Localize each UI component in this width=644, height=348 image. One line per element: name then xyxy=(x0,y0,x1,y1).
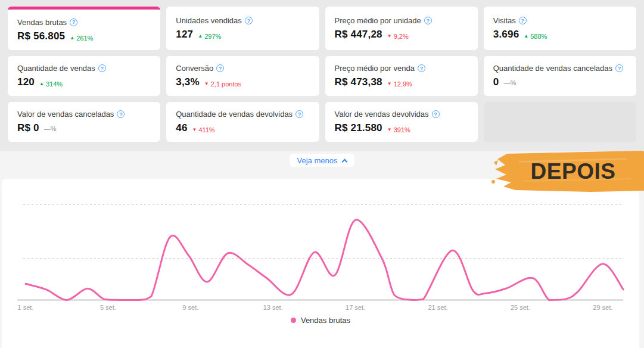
chevron-up-icon xyxy=(342,159,348,164)
metric-card-delta: ▼411% xyxy=(192,126,215,133)
question-mark-circle-icon[interactable]: ? xyxy=(432,110,440,118)
legend-label: Vendas brutas xyxy=(301,316,350,325)
metric-card-label: Valor de vendas devolvidas xyxy=(335,110,429,119)
metric-card[interactable]: Valor de vendas devolvidas ? R$ 21.580 ▼… xyxy=(325,102,478,142)
metric-card-label: Unidades vendidas xyxy=(176,16,242,25)
arrow-up-icon: ▲ xyxy=(39,82,44,86)
metric-card-value: 127 xyxy=(176,29,193,41)
question-mark-circle-icon[interactable]: ? xyxy=(216,64,224,72)
metric-card-delta: ▼9,2% xyxy=(387,33,409,40)
metric-card-delta: ▲297% xyxy=(198,33,221,40)
metric-card[interactable]: Valor de vendas canceladas ? R$ 0 —% xyxy=(8,102,160,142)
arrow-down-icon: ▼ xyxy=(204,82,209,86)
x-tick-label: 9 set. xyxy=(182,304,198,311)
metric-card[interactable]: Preço médio por venda ? R$ 473,38 ▼12,9% xyxy=(325,56,478,96)
empty-card-placeholder xyxy=(484,102,636,142)
metric-card-value: 46 xyxy=(176,122,187,134)
sales-chart-card: 1 set.5 set.9 set.13 set.17 set.21 set.2… xyxy=(2,179,639,348)
metric-card-label: Quantidade de vendas canceladas xyxy=(493,64,612,73)
x-tick-label: 29 set. xyxy=(593,304,612,311)
metric-card[interactable]: Unidades vendidas ? 127 ▲297% xyxy=(166,7,319,50)
x-tick-label: 5 set. xyxy=(100,304,116,311)
arrow-up-icon: ▲ xyxy=(524,34,528,39)
metric-card-delta: ▲588% xyxy=(524,33,547,40)
metric-card-delta: ▲314% xyxy=(39,80,63,88)
metric-card[interactable]: Quantidade de vendas canceladas ? 0 —% xyxy=(484,56,636,96)
metric-card-delta: ▼12,9% xyxy=(387,80,412,88)
metric-card-delta: —% xyxy=(503,79,516,86)
metric-card[interactable]: Quantidade de vendas ? 120 ▲314% xyxy=(8,56,160,96)
metric-card-delta: ▼2,1 pontos xyxy=(204,80,241,88)
arrow-up-icon: ▲ xyxy=(70,36,74,41)
question-mark-circle-icon[interactable]: ? xyxy=(117,110,125,118)
metric-card-value: R$ 447,28 xyxy=(335,29,382,41)
metric-card[interactable]: Vendas brutas ? R$ 56.805 ▲261% xyxy=(8,7,160,50)
question-mark-circle-icon[interactable]: ? xyxy=(70,18,77,26)
dot-icon xyxy=(291,318,296,323)
metric-cards-grid: Vendas brutas ? R$ 56.805 ▲261% Unidades… xyxy=(8,7,636,142)
legend-item-vendas-brutas[interactable]: Vendas brutas xyxy=(291,316,350,325)
x-tick-label: 13 set. xyxy=(263,304,283,311)
arrow-down-icon: ▼ xyxy=(387,82,392,86)
metric-card-value: R$ 56.805 xyxy=(17,30,65,42)
metric-card-label: Quantidade de vendas devolvidas xyxy=(176,110,293,119)
metric-card[interactable]: Preço médio por unidade ? R$ 447,28 ▼9,2… xyxy=(325,7,478,50)
question-mark-circle-icon[interactable]: ? xyxy=(615,64,623,72)
metric-card-delta: ▲261% xyxy=(70,35,93,42)
banner-text: DEPOIS xyxy=(489,150,644,193)
metric-card[interactable]: Conversão ? 3,3% ▼2,1 pontos xyxy=(166,56,319,96)
metric-card-delta: ▼391% xyxy=(387,126,410,133)
metric-card-label: Conversão xyxy=(176,64,213,73)
x-tick-label: 1 set. xyxy=(18,304,34,311)
arrow-down-icon: ▼ xyxy=(387,128,392,132)
metric-card-label: Preço médio por unidade xyxy=(335,16,421,25)
veja-menos-label: Veja menos xyxy=(297,156,338,165)
metric-card-label: Visitas xyxy=(493,16,516,25)
metric-card-label: Vendas brutas xyxy=(17,18,67,27)
x-tick-label: 25 set. xyxy=(511,304,530,311)
metric-card-value: 0 xyxy=(493,76,499,88)
question-mark-circle-icon[interactable]: ? xyxy=(295,110,303,118)
arrow-up-icon: ▲ xyxy=(198,34,203,39)
metrics-section: Vendas brutas ? R$ 56.805 ▲261% Unidades… xyxy=(0,0,644,151)
vendas-brutas-line[interactable] xyxy=(26,220,623,300)
metric-card-value: R$ 21.580 xyxy=(335,122,382,134)
metric-card-delta: —% xyxy=(44,125,57,132)
question-mark-circle-icon[interactable]: ? xyxy=(98,64,106,72)
metric-card-value: 3,3% xyxy=(176,76,200,88)
question-mark-circle-icon[interactable]: ? xyxy=(519,17,527,24)
question-mark-circle-icon[interactable]: ? xyxy=(424,17,432,24)
metric-card-label: Quantidade de vendas xyxy=(17,64,95,73)
x-axis-tick-labels: 1 set.5 set.9 set.13 set.17 set.21 set.2… xyxy=(18,304,613,311)
chart-legend: Vendas brutas xyxy=(2,316,639,325)
metric-card[interactable]: Visitas ? 3.696 ▲588% xyxy=(484,7,636,50)
arrow-down-icon: ▼ xyxy=(192,128,197,132)
metric-card-value: 3.696 xyxy=(493,29,519,41)
question-mark-circle-icon[interactable]: ? xyxy=(245,17,253,24)
metric-card-label: Preço médio por venda xyxy=(335,64,415,73)
metric-card-label: Valor de vendas canceladas xyxy=(17,110,114,119)
metric-card-value: 120 xyxy=(17,76,35,88)
metric-card-value: R$ 473,38 xyxy=(335,76,382,88)
depois-banner: DEPOIS xyxy=(489,150,644,193)
x-tick-label: 21 set. xyxy=(428,304,447,311)
metric-card-value: R$ 0 xyxy=(17,122,39,134)
veja-menos-button[interactable]: Veja menos xyxy=(290,154,355,167)
sales-line-chart[interactable]: 1 set.5 set.9 set.13 set.17 set.21 set.2… xyxy=(2,179,639,315)
metric-card[interactable]: Quantidade de vendas devolvidas ? 46 ▼41… xyxy=(166,102,319,142)
x-tick-label: 17 set. xyxy=(346,304,365,311)
question-mark-circle-icon[interactable]: ? xyxy=(418,64,425,72)
arrow-down-icon: ▼ xyxy=(387,34,392,39)
